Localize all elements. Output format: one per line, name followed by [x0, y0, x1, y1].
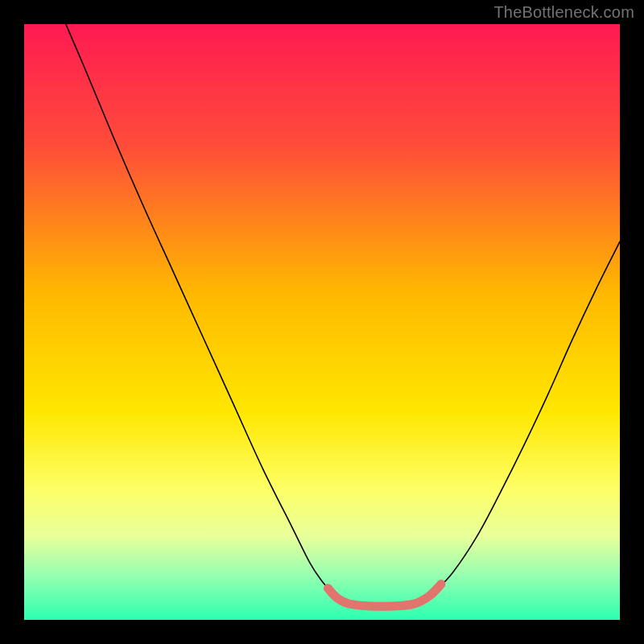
plot-area — [24, 24, 620, 620]
chart-frame: TheBottleneck.com — [0, 0, 644, 644]
gradient-background — [24, 24, 620, 620]
attribution-text: TheBottleneck.com — [493, 3, 634, 22]
chart-svg — [24, 24, 620, 620]
